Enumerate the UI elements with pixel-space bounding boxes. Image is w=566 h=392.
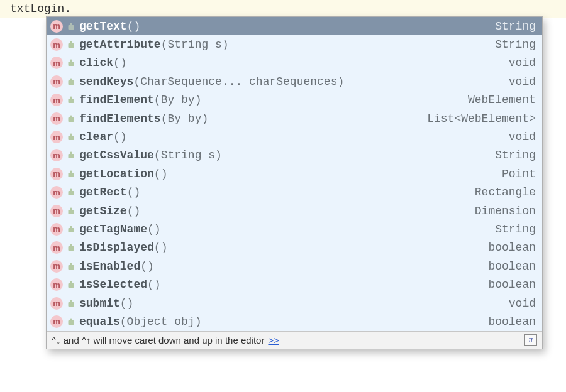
suggestion-row[interactable]: misDisplayed()boolean xyxy=(47,239,542,257)
suggestion-row[interactable]: misSelected()boolean xyxy=(47,275,542,293)
suggestion-row[interactable]: mgetText()String xyxy=(47,17,542,35)
suggestions-list[interactable]: mgetText()StringmgetAttribute(String s)S… xyxy=(47,17,542,331)
method-signature: getCssValue(String s) xyxy=(79,149,490,161)
suggestion-row[interactable]: misEnabled()boolean xyxy=(47,257,542,275)
return-type: void xyxy=(509,131,536,143)
lock-icon xyxy=(67,244,75,251)
return-type: WebElement xyxy=(468,94,536,106)
lock-icon xyxy=(67,133,75,141)
lock-icon xyxy=(67,41,75,48)
lock-icon xyxy=(67,300,75,307)
method-icon: m xyxy=(50,223,63,236)
method-signature: getSize() xyxy=(79,205,470,217)
suggestion-row[interactable]: mgetCssValue(String s)String xyxy=(47,146,542,165)
suggestion-row[interactable]: mequals(Object obj)boolean xyxy=(47,312,542,330)
method-signature: clear() xyxy=(79,131,504,143)
return-type: void xyxy=(509,297,536,310)
editor-line[interactable]: txtLogin. xyxy=(0,0,566,18)
method-icon: m xyxy=(50,315,63,328)
lock-icon xyxy=(67,207,75,215)
method-signature: isDisplayed() xyxy=(79,241,483,254)
return-type: void xyxy=(509,75,536,88)
suggestion-row[interactable]: msendKeys(CharSequence... charSequences)… xyxy=(47,72,542,90)
method-name: getCssValue xyxy=(79,149,154,161)
lock-icon xyxy=(67,263,75,270)
method-icon: m xyxy=(50,168,63,180)
return-type: boolean xyxy=(488,278,536,291)
dot: . xyxy=(64,3,71,15)
method-name: getRect xyxy=(79,186,127,199)
method-params: (CharSequence... charSequences) xyxy=(133,75,344,88)
method-params: () xyxy=(113,57,127,69)
method-params: () xyxy=(154,168,168,180)
method-icon: m xyxy=(50,94,63,106)
method-params: (String s) xyxy=(161,38,229,51)
hint-more-link[interactable]: >> xyxy=(268,335,279,346)
lock-icon xyxy=(67,226,75,233)
method-name: isDisplayed xyxy=(79,241,154,254)
method-params: (By by) xyxy=(161,112,209,125)
method-name: equals xyxy=(79,315,120,328)
variable-name: txtLogin xyxy=(10,3,64,15)
method-signature: click() xyxy=(79,57,504,69)
return-type: boolean xyxy=(488,241,536,254)
method-icon: m xyxy=(50,278,63,291)
method-name: getText xyxy=(79,20,127,33)
method-icon: m xyxy=(50,131,63,143)
method-signature: getTagName() xyxy=(79,223,490,236)
method-icon: m xyxy=(50,260,63,273)
return-type: boolean xyxy=(488,260,536,273)
suggestion-row[interactable]: mclear()void xyxy=(47,128,542,146)
method-params: () xyxy=(127,186,141,199)
lock-icon xyxy=(67,78,75,85)
return-type: Point xyxy=(502,168,536,180)
method-name: findElements xyxy=(79,112,161,125)
method-icon: m xyxy=(50,57,63,69)
method-signature: findElement(By by) xyxy=(79,94,463,106)
method-icon: m xyxy=(50,186,63,199)
lock-icon xyxy=(67,318,75,325)
method-icon: m xyxy=(50,20,63,33)
method-signature: getRect() xyxy=(79,186,470,199)
hint-bar: ^↓ and ^↑ will move caret down and up in… xyxy=(47,331,542,349)
method-name: isSelected xyxy=(79,278,147,291)
method-params: (Object obj) xyxy=(120,315,202,328)
suggestion-row[interactable]: mgetLocation()Point xyxy=(47,165,542,183)
suggestion-row[interactable]: mgetRect()Rectangle xyxy=(47,183,542,202)
method-name: getLocation xyxy=(79,168,154,180)
suggestion-row[interactable]: mclick()void xyxy=(47,54,542,72)
suggestion-row[interactable]: msubmit()void xyxy=(47,294,542,312)
lock-icon xyxy=(67,23,75,30)
method-params: (By by) xyxy=(154,94,202,106)
lock-icon xyxy=(67,170,75,178)
method-name: click xyxy=(79,57,113,69)
lock-icon xyxy=(67,115,75,122)
suggestion-row[interactable]: mgetTagName()String xyxy=(47,220,542,238)
lock-icon xyxy=(67,151,75,159)
method-params: () xyxy=(154,241,168,254)
suggestion-row[interactable]: mgetSize()Dimension xyxy=(47,202,542,220)
method-signature: getLocation() xyxy=(79,168,497,180)
suggestion-row[interactable]: mgetAttribute(String s)String xyxy=(47,35,542,53)
return-type: Rectangle xyxy=(475,186,536,199)
return-type: String xyxy=(495,223,536,236)
method-icon: m xyxy=(50,75,63,88)
method-params: () xyxy=(127,20,141,33)
method-name: submit xyxy=(79,297,120,310)
return-type: String xyxy=(495,149,536,161)
method-signature: sendKeys(CharSequence... charSequences) xyxy=(79,75,504,88)
return-type: List<WebElement> xyxy=(427,112,536,125)
suggestion-row[interactable]: mfindElements(By by)List<WebElement> xyxy=(47,109,542,128)
return-type: Dimension xyxy=(475,205,536,217)
suggestion-row[interactable]: mfindElement(By by)WebElement xyxy=(47,91,542,109)
method-params: () xyxy=(147,278,161,291)
method-signature: getText() xyxy=(79,20,490,33)
method-params: () xyxy=(113,131,127,143)
method-icon: m xyxy=(50,149,63,161)
return-type: String xyxy=(495,38,536,51)
method-name: getSize xyxy=(79,205,127,217)
return-type: boolean xyxy=(488,315,536,328)
pi-icon[interactable]: π xyxy=(524,334,537,346)
method-name: isEnabled xyxy=(79,260,140,273)
return-type: void xyxy=(509,57,536,69)
